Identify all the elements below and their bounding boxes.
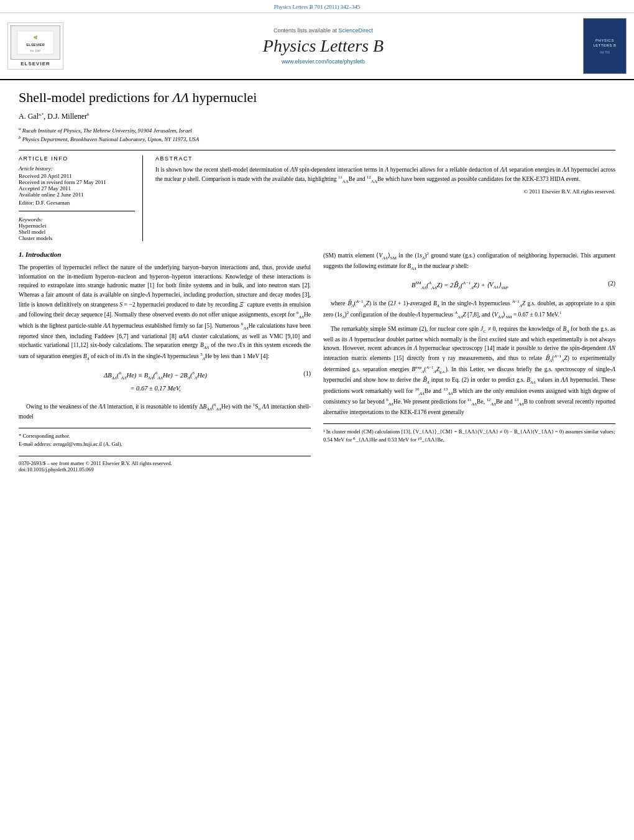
elsevier-label: ELSEVIER xyxy=(21,61,50,67)
journal-url-link[interactable]: www.elsevier.com/locate/physletb xyxy=(282,58,365,65)
body-left-column: 1. Introduction The properties of hypern… xyxy=(19,251,311,473)
body-right-text: (SM) matrix element ⟨VΛΛ⟩SM in the (1sΛ)… xyxy=(323,251,615,417)
page-footer: 0370-2693/$ – see front matter © 2011 El… xyxy=(19,456,311,473)
main-content: Shell-model predictions for ΛΛ hypernucl… xyxy=(0,80,634,485)
eq1-line1: ΔBΛΛ(6ΛΛHe) ≡ BΛΛ(6ΛΛHe) − 2BΛ(5ΛHe) xyxy=(19,370,292,381)
intro-para-1: The properties of hypernuclei reflect th… xyxy=(19,263,311,362)
equation-1-content: ΔBΛΛ(6ΛΛHe) ≡ BΛΛ(6ΛΛHe) − 2BΛ(5ΛHe) = 0… xyxy=(19,367,292,397)
keywords-label: Keywords: xyxy=(19,216,135,223)
journal-url: www.elsevier.com/locate/physletb xyxy=(70,58,577,65)
article-info-label: ARTICLE INFO xyxy=(19,155,135,162)
sciencedirect-link[interactable]: ScienceDirect xyxy=(339,27,374,34)
revised-date: Received in revised form 27 May 2011 xyxy=(19,179,135,185)
journal-cover-thumbnail: PHYSICSLETTERS B Vol 701 xyxy=(583,18,627,74)
keyword-2: Shell model xyxy=(19,229,135,235)
article-info-column: ARTICLE INFO Article history: Received 2… xyxy=(19,155,143,241)
equation-2-block: BSMΛΛ(AΛΛZ) = 2B̄Λ(A−1ΛZ) + ⟨VΛΛ⟩SM, (2) xyxy=(323,277,615,293)
svg-text:Est. 1580: Est. 1580 xyxy=(30,49,42,52)
editor-label: Editor: xyxy=(19,200,34,206)
abstract-label: ABSTRACT xyxy=(155,155,615,162)
contents-available-label: Contents lists available at xyxy=(273,27,337,34)
right-para-2: where B̄Λ(A−1ΛZ) is the (2J + 1)-average… xyxy=(323,298,615,321)
equation-1-block: ΔBΛΛ(6ΛΛHe) ≡ BΛΛ(6ΛΛHe) − 2BΛ(5ΛHe) = 0… xyxy=(19,367,311,397)
history-label: Article history: xyxy=(19,165,135,172)
keywords-section: Keywords: Hypernuclei Shell model Cluste… xyxy=(19,216,135,241)
footnote-area-right: ¹ In cluster model (CM) calculations [13… xyxy=(323,423,615,444)
body-left-text: The properties of hypernuclei reflect th… xyxy=(19,263,311,422)
email-note: E-mail address: avragal@vms.huji.ac.il (… xyxy=(19,440,311,448)
right-para-1: (SM) matrix element ⟨VΛΛ⟩SM in the (1sΛ)… xyxy=(323,251,615,272)
editor-name: D.F. Geesaman xyxy=(35,200,70,206)
divider xyxy=(19,211,135,211)
journal-citation: Physics Letters B 701 (2011) 342–345 xyxy=(274,4,360,10)
online-date: Available online 2 June 2011 xyxy=(19,192,135,198)
affil-b-super: b xyxy=(19,135,21,140)
eq2-line: BSMΛΛ(AΛΛZ) = 2B̄Λ(A−1ΛZ) + ⟨VΛΛ⟩SM, xyxy=(323,280,597,291)
author-b-super: b xyxy=(87,112,90,117)
keyword-3: Cluster models xyxy=(19,235,135,241)
affil-a-super: a xyxy=(19,126,21,131)
right-para-3: The remarkably simple SM estimate (2), f… xyxy=(323,325,615,417)
elsevier-logo: 🌿 ELSEVIER Est. 1580 ELSEVIER xyxy=(7,22,63,70)
article-info-abstract-section: ARTICLE INFO Article history: Received 2… xyxy=(19,150,615,241)
article-history: Article history: Received 20 April 2011 … xyxy=(19,165,135,206)
svg-text:ELSEVIER: ELSEVIER xyxy=(26,43,45,47)
abstract-column: ABSTRACT It is shown how the recent shel… xyxy=(155,155,615,241)
eq1-line2: = 0.67 ± 0.17 MeV, xyxy=(19,384,292,394)
corresponding-author-note: * Corresponding author. xyxy=(19,432,311,440)
affiliation-a: a Racah Institute of Physics, The Hebrew… xyxy=(19,126,615,134)
keyword-1: Hypernuclei xyxy=(19,223,135,229)
cover-text: PHYSICSLETTERS B xyxy=(593,38,616,48)
author-a: A. Gala,* xyxy=(19,112,44,121)
equation-2-number: (2) xyxy=(597,277,615,288)
author-b: D.J. Millenerb xyxy=(47,112,89,121)
equation-1-number: (1) xyxy=(292,367,311,379)
paper-title: Shell-model predictions for ΛΛ hypernucl… xyxy=(19,90,615,106)
affil-a-text: Racah Institute of Physics, The Hebrew U… xyxy=(22,127,192,134)
footnote-1: ¹ In cluster model (CM) calculations [13… xyxy=(323,428,615,444)
affiliations: a Racah Institute of Physics, The Hebrew… xyxy=(19,126,615,142)
affil-b-text: Physics Department, Brookhaven National … xyxy=(22,136,199,142)
copyright-notice: © 2011 Elsevier B.V. All rights reserved… xyxy=(155,188,615,195)
journal-header: 🌿 ELSEVIER Est. 1580 ELSEVIER Contents l… xyxy=(0,13,634,80)
abstract-text: It is shown how the recent shell-model d… xyxy=(155,165,615,185)
equation-2-content: BSMΛΛ(AΛΛZ) = 2B̄Λ(A−1ΛZ) + ⟨VΛΛ⟩SM, xyxy=(323,277,597,293)
cover-detail: Vol 701 xyxy=(600,50,610,54)
journal-title: Physics Letters B xyxy=(70,36,577,56)
footnote-area-left: * Corresponding author. E-mail address: … xyxy=(19,428,311,448)
body-right-column: (SM) matrix element ⟨VΛΛ⟩SM in the (1sΛ)… xyxy=(323,251,615,473)
accepted-date: Accepted 27 May 2011 xyxy=(19,185,135,192)
received-date: Received 20 April 2011 xyxy=(19,173,135,179)
affiliation-b: b Physics Department, Brookhaven Nationa… xyxy=(19,135,615,142)
intro-heading: 1. Introduction xyxy=(19,251,311,258)
elsevier-logo-image: 🌿 ELSEVIER Est. 1580 xyxy=(11,25,60,60)
copyright-text: © 2011 Elsevier B.V. All rights reserved… xyxy=(523,188,615,195)
journal-header-center: Contents lists available at ScienceDirec… xyxy=(70,27,577,65)
doi-line: doi:10.1016/j.physletb.2011.05.069 xyxy=(19,466,311,473)
journal-top-bar: Physics Letters B 701 (2011) 342–345 xyxy=(0,0,634,13)
intro-para-2: Owing to the weakness of the ΛΛ interact… xyxy=(19,402,311,422)
authors: A. Gala,*, D.J. Millenerb xyxy=(19,112,615,121)
svg-text:🌿: 🌿 xyxy=(34,35,38,40)
body-content: 1. Introduction The properties of hypern… xyxy=(19,251,615,473)
editor-line: Editor: D.F. Geesaman xyxy=(19,200,135,206)
issn-line: 0370-2693/$ – see front matter © 2011 El… xyxy=(19,460,311,466)
sciencedirect-line: Contents lists available at ScienceDirec… xyxy=(70,27,577,34)
